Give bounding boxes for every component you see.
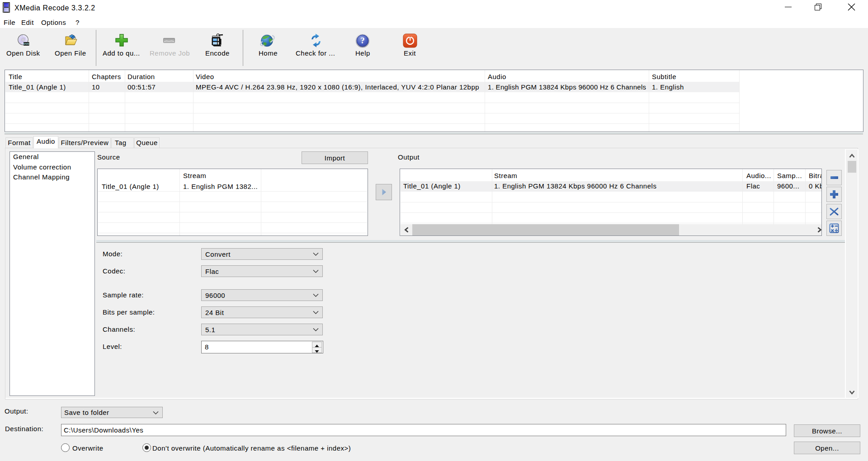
svg-text:?: ?: [360, 36, 365, 45]
svg-text:DVD: DVD: [24, 42, 29, 45]
